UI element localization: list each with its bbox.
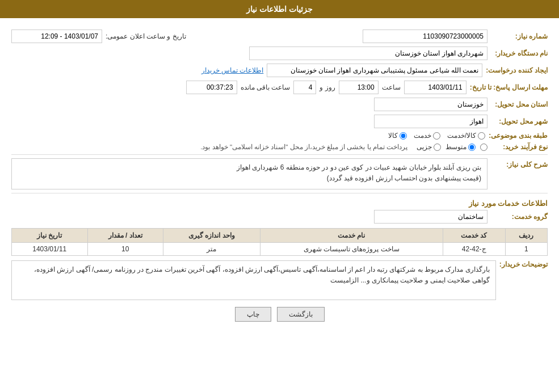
col-service-code: کد خدمت: [443, 229, 505, 243]
process-type-label: نوع فرآیند خرید:: [491, 143, 548, 151]
deadline-label: مهلت ارسال پاسخ: تا تاریخ:: [470, 83, 548, 91]
col-unit: واحد اندازه گیری: [163, 229, 260, 243]
deadline-time-input[interactable]: [339, 81, 379, 94]
col-row-number: ردیف: [505, 229, 547, 243]
cell-row-number: 1: [505, 243, 547, 256]
process-type-radio-group: متوسط جزیی: [417, 143, 487, 151]
created-by-input[interactable]: [267, 64, 482, 77]
cell-service-code: ج-42-42: [443, 243, 505, 256]
province-label: استان محل تحویل:: [491, 100, 548, 108]
province-input[interactable]: [374, 98, 487, 111]
col-quantity: تعداد / مقدار: [87, 229, 163, 243]
description-label: شرح کلی نیاز:: [491, 161, 548, 168]
deadline-date-input[interactable]: [404, 81, 466, 94]
remaining-label: ساعت باقی مانده: [241, 83, 291, 91]
buyer-notes-label: توضیحات خریدار:: [499, 260, 548, 268]
action-buttons: بازگشت چاپ: [11, 307, 548, 330]
deadline-days-input[interactable]: [293, 81, 316, 94]
city-input[interactable]: [374, 115, 487, 128]
print-button[interactable]: چاپ: [235, 307, 271, 322]
col-service-name: نام خدمت: [260, 229, 443, 243]
service-section-title: اطلاعات خدمات مورد نیاز: [11, 199, 548, 208]
category-label: طبقه بندی موضوعی:: [489, 132, 548, 140]
created-by-label: ایجاد کننده درخواست:: [486, 66, 548, 74]
category-option-kala[interactable]: کالا: [388, 132, 407, 140]
col-date: تاریخ نیاز: [12, 229, 88, 243]
process-option-mutavasset[interactable]: متوسط: [445, 143, 476, 151]
deadline-day-label: روز و: [320, 83, 335, 91]
announcement-input[interactable]: [11, 29, 102, 43]
deadline-time-label: ساعت: [382, 83, 401, 91]
city-label: شهر محل تحویل:: [491, 117, 548, 125]
category-radio-group: کالا/خدمت خدمت کالا: [388, 132, 485, 140]
process-note: پرداخت تمام یا بخشی از مبلغ خرید،از محل …: [200, 143, 407, 151]
cell-unit: متر: [163, 243, 260, 256]
buyer-org-input[interactable]: [249, 47, 487, 60]
description-box: بتن ریزی آبلند بلوار خیابان شهید عبیات د…: [11, 158, 487, 189]
cell-quantity: 10: [87, 243, 163, 256]
contact-info-link[interactable]: اطلاعات تماس خریدار: [201, 66, 264, 74]
category-option-khedmat[interactable]: خدمت: [414, 132, 440, 140]
category-option-kala-khedmat[interactable]: کالا/خدمت: [447, 132, 485, 140]
announcement-label: تاریخ و ساعت اعلان عمومی:: [106, 32, 186, 40]
cell-date: 1403/01/11: [12, 243, 88, 256]
table-row: 1 ج-42-42 ساخت پروژه‌های تاسیسات شهری مت…: [12, 243, 548, 256]
cell-service-name: ساخت پروژه‌های تاسیسات شهری: [260, 243, 443, 256]
service-group-input[interactable]: [374, 210, 487, 224]
page-title: جزئیات اطلاعات نیاز: [0, 0, 559, 18]
buyer-notes-box: بارگذاری مدارک مربوط به شرکتهای رتبه دار…: [11, 260, 496, 300]
remaining-time-input[interactable]: [186, 81, 237, 94]
need-number-label: شماره نیاز:: [491, 32, 548, 40]
need-number-input[interactable]: [363, 29, 487, 43]
service-table: ردیف کد خدمت نام خدمت واحد اندازه گیری ت…: [11, 228, 548, 256]
service-group-label: گروه خدمت:: [491, 213, 548, 221]
process-option-blank[interactable]: [480, 144, 487, 151]
buyer-org-label: نام دستگاه خریدار:: [491, 49, 548, 57]
process-option-joz'i[interactable]: جزیی: [417, 143, 441, 151]
back-button[interactable]: بازگشت: [277, 307, 325, 322]
